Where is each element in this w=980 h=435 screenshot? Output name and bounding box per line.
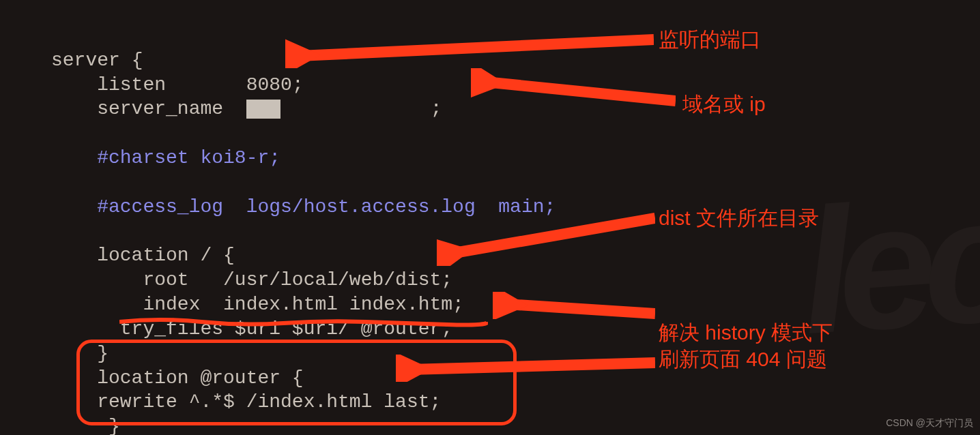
- code-line-7: #access_log logs/host.access.log main;: [51, 196, 556, 217]
- blank-line: [51, 221, 63, 242]
- code-line-10: root /usr/local/web/dist;: [51, 269, 452, 290]
- code-line-3: server_name ;: [51, 98, 442, 119]
- code-line-9: location / {: [51, 245, 235, 266]
- highlight-box-router: [76, 340, 517, 425]
- blank-line: [51, 123, 63, 144]
- blank-line: [51, 172, 63, 193]
- annotation-history-line2: 刷新页面 404 问题: [659, 346, 833, 372]
- annotation-history-line1: 解决 history 模式下: [659, 319, 833, 346]
- annotation-history-fix: 解决 history 模式下 刷新页面 404 问题: [659, 319, 833, 372]
- code-line-5: #charset koi8-r;: [51, 147, 280, 168]
- code-line-12: try_files $uri $uri/ @router;: [51, 318, 452, 340]
- redacted-server-name: [246, 100, 431, 119]
- code-line-11: index index.html index.htm;: [51, 294, 464, 315]
- annotation-listen-port: 监听的端口: [659, 26, 761, 52]
- watermark: CSDN @天才守门员: [886, 417, 973, 430]
- annotation-server-name: 域名或 ip: [682, 91, 766, 117]
- code-line-2: listen 8080;: [51, 74, 304, 95]
- code-line-1: server {: [51, 50, 143, 71]
- annotation-dist-dir: dist 文件所在目录: [659, 205, 819, 231]
